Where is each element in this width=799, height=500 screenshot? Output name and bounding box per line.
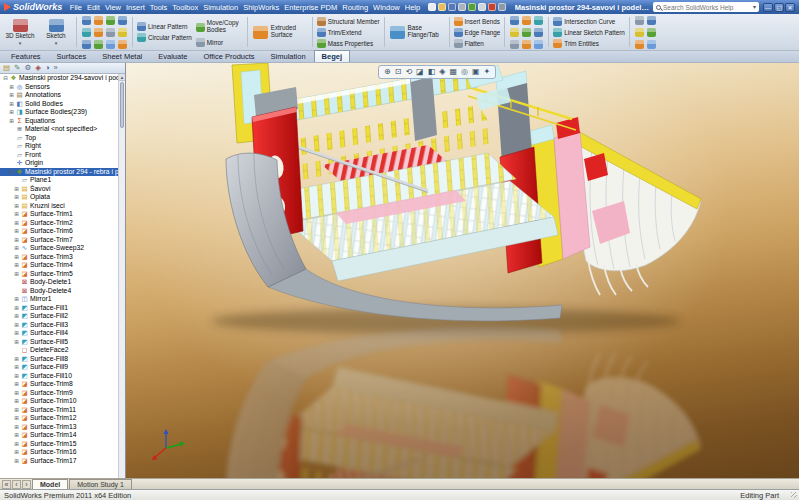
displaymanager-tab-icon[interactable]: ◑ bbox=[45, 63, 50, 73]
print-icon[interactable] bbox=[458, 3, 466, 11]
expander-icon[interactable]: ⊞ bbox=[13, 270, 20, 278]
menu-item[interactable]: Simulation bbox=[201, 3, 241, 12]
tree-item[interactable]: ▱ Front bbox=[0, 151, 118, 160]
ribbon-tool-icon[interactable] bbox=[534, 28, 543, 37]
ribbon-tool-icon[interactable] bbox=[522, 28, 531, 37]
expander-icon[interactable]: ⊞ bbox=[13, 457, 20, 465]
tree-item[interactable]: ▱ Top bbox=[0, 134, 118, 143]
expander-icon[interactable]: ⊞ bbox=[13, 414, 20, 422]
command-tab[interactable]: Surfaces bbox=[49, 50, 95, 62]
expander-icon[interactable]: ⊞ bbox=[13, 338, 20, 346]
tree-item[interactable]: ⊞ ◪ Surface-Trim6 bbox=[0, 227, 118, 236]
scroll-up-icon[interactable]: ▲ bbox=[119, 74, 125, 81]
tree-item[interactable]: ⊞ ◩ Surface-Fill8 bbox=[0, 355, 118, 364]
tree-item[interactable]: ⊞ ◪ Surface-Trim7 bbox=[0, 236, 118, 245]
ribbon-tool-icon[interactable] bbox=[510, 40, 519, 49]
ribbon-tool-icon[interactable] bbox=[522, 16, 531, 25]
view-orientation-icon[interactable]: ◧ bbox=[428, 67, 436, 77]
tree-item[interactable]: ⊞ ◩ Surface-Fill9 bbox=[0, 363, 118, 372]
scroll-first-icon[interactable]: « bbox=[2, 480, 11, 489]
expander-icon[interactable]: ⊞ bbox=[13, 261, 20, 269]
tree-item[interactable]: ✛ Origin bbox=[0, 159, 118, 168]
ribbon-tool-icon[interactable] bbox=[118, 40, 127, 49]
tree-item[interactable]: ⊞ ◪ Surface-Trim5 bbox=[0, 270, 118, 279]
edit-appearance-icon[interactable]: ◎ bbox=[461, 67, 468, 77]
expander-icon[interactable]: ⊞ bbox=[13, 202, 20, 210]
command-tab[interactable]: Features bbox=[3, 50, 49, 62]
menu-item[interactable]: File bbox=[67, 3, 84, 12]
tree-item[interactable]: ⊞ ◪ Surface-Trim13 bbox=[0, 423, 118, 432]
linear-sketch-pattern-button[interactable]: Linear Sketch Pattern bbox=[551, 27, 627, 37]
previous-view-icon[interactable]: ⟲ bbox=[405, 67, 412, 77]
tree-item[interactable]: ≣ Material <not specified> bbox=[0, 125, 118, 134]
tree-item[interactable]: ⊞ ∿ Surface-Sweep32 bbox=[0, 244, 118, 253]
view-settings-icon[interactable]: ✦ bbox=[484, 67, 491, 77]
expander-icon[interactable]: ⊞ bbox=[8, 91, 15, 99]
3d-sketch-button[interactable]: 3D Sketch ▾ bbox=[2, 15, 38, 49]
ribbon-tool-icon[interactable] bbox=[510, 28, 519, 37]
command-tab[interactable]: Evaluate bbox=[150, 50, 195, 62]
expander-icon[interactable]: ⊞ bbox=[13, 253, 20, 261]
tree-item[interactable]: ▱ Plane1 bbox=[0, 176, 118, 185]
select-icon[interactable] bbox=[478, 3, 486, 11]
configurationmanager-tab-icon[interactable]: ⚙ bbox=[24, 63, 31, 73]
tree-scrollbar[interactable]: ▲ bbox=[118, 74, 125, 478]
tree-item[interactable]: ⊞ ◪ Surface-Trim10 bbox=[0, 397, 118, 406]
tree-item[interactable]: ⊞ ◨ Surface Bodies(239) bbox=[0, 108, 118, 117]
expander-icon[interactable]: ⊞ bbox=[13, 363, 20, 371]
tree-item[interactable]: ⊞ ◩ Surface-Fill2 bbox=[0, 312, 118, 321]
base-flange-tab-button[interactable]: Base Flange/Tab bbox=[387, 15, 447, 49]
menu-item[interactable]: Edit bbox=[84, 3, 102, 12]
expander-icon[interactable]: ⊞ bbox=[13, 210, 20, 218]
tree-item[interactable]: ⊞ ◪ Surface-Trim1 bbox=[0, 210, 118, 219]
menu-item[interactable]: View bbox=[102, 3, 123, 12]
expander-icon[interactable]: ⊞ bbox=[13, 295, 20, 303]
expander-icon[interactable]: ⊟ bbox=[2, 74, 9, 82]
command-tab[interactable]: Sheet Metal bbox=[94, 50, 150, 62]
tree-item[interactable]: ⊞ ◪ Surface-Trim14 bbox=[0, 431, 118, 440]
expander-icon[interactable]: ⊞ bbox=[13, 372, 20, 380]
expander-icon[interactable]: ⊞ bbox=[13, 389, 20, 397]
ribbon-tool-icon[interactable] bbox=[106, 16, 115, 25]
expander-icon[interactable]: ⊞ bbox=[13, 244, 20, 252]
expander-icon[interactable]: ⊞ bbox=[13, 431, 20, 439]
tree-item[interactable]: ⊞ ◪ Surface-Trim16 bbox=[0, 448, 118, 457]
linear-pattern-button[interactable]: Linear Pattern bbox=[135, 22, 194, 32]
apply-scene-icon[interactable]: ▣ bbox=[472, 67, 480, 77]
ribbon-tool-icon[interactable] bbox=[647, 28, 656, 37]
tree-item[interactable]: ⊞ ◫ Mirror1 bbox=[0, 295, 118, 304]
menu-item[interactable]: Help bbox=[402, 3, 422, 12]
mass-properties-button[interactable]: Mass Properties bbox=[315, 38, 382, 48]
viewport-3d[interactable]: ⊕⊡⟲◪◧◈▦◎▣✦ bbox=[126, 63, 799, 478]
ribbon-tool-icon[interactable] bbox=[82, 40, 91, 49]
tree-item[interactable]: ⊞ ◪ Surface-Trim2 bbox=[0, 219, 118, 228]
flatten-button[interactable]: Flatten bbox=[452, 38, 503, 48]
expander-icon[interactable]: ⊞ bbox=[8, 83, 15, 91]
mirror-button[interactable]: Mirror bbox=[194, 37, 245, 47]
extruded-surface-button[interactable]: Extruded Surface bbox=[250, 15, 310, 49]
trim-extend-button[interactable]: Trim/Extend bbox=[315, 27, 382, 37]
minimize-button[interactable]: — bbox=[763, 3, 773, 12]
new-icon[interactable] bbox=[428, 3, 436, 11]
save-icon[interactable] bbox=[448, 3, 456, 11]
tree-item[interactable]: ⊞ ▤ Šavovi bbox=[0, 185, 118, 194]
structural-member-button[interactable]: Structural Member bbox=[315, 16, 382, 26]
tree-item[interactable]: ⊞ ◩ Surface-Fill4 bbox=[0, 329, 118, 338]
insert-bends-button[interactable]: Insert Bends bbox=[452, 16, 503, 26]
tree-item[interactable]: ⊞ ◧ Solid Bodies bbox=[0, 100, 118, 109]
dimxpertmanager-tab-icon[interactable]: ◈ bbox=[35, 63, 41, 73]
tree-item[interactable]: ⊞ ◩ Surface-Fill10 bbox=[0, 372, 118, 381]
tree-item[interactable]: ⊠ Body-Delete4 bbox=[0, 287, 118, 296]
expander-icon[interactable]: ⊞ bbox=[13, 185, 20, 193]
ribbon-tool-icon[interactable] bbox=[82, 28, 91, 37]
menu-item[interactable]: Routing bbox=[340, 3, 371, 12]
tree-item[interactable]: ⊞ ◪ Surface-Trim3 bbox=[0, 253, 118, 262]
tree-item[interactable]: ⊞ ◪ Surface-Trim15 bbox=[0, 440, 118, 449]
expander-icon[interactable]: ⊞ bbox=[13, 312, 20, 320]
tree-item[interactable]: ⊟ ❖ Masinski prostor 294-savovi i podela… bbox=[0, 74, 118, 83]
tree-item[interactable]: ⊞ ◪ Surface-Trim17 bbox=[0, 457, 118, 466]
tree-item[interactable]: ⊞ ▤ Oplata bbox=[0, 193, 118, 202]
zoom-area-icon[interactable]: ⊡ bbox=[395, 67, 402, 77]
open-icon[interactable] bbox=[438, 3, 446, 11]
ribbon-tool-icon[interactable] bbox=[94, 28, 103, 37]
